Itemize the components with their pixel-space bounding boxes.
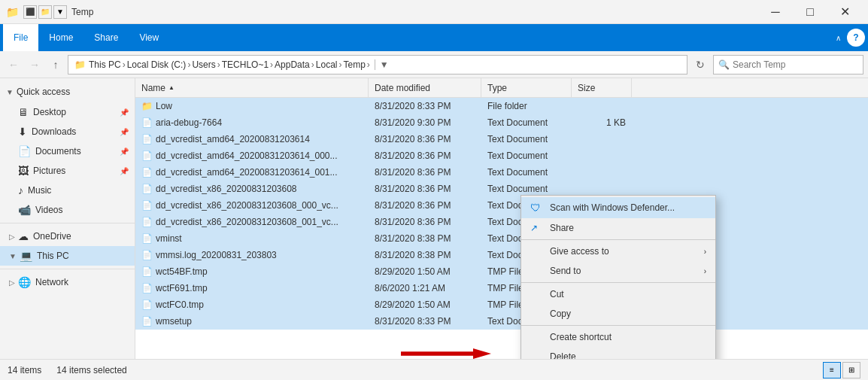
quick-access-btn-1[interactable]: ⬛ xyxy=(23,5,37,19)
file-name: 📁Low xyxy=(135,101,369,111)
downloads-pin-icon: 📌 xyxy=(120,128,129,136)
delete-arrow-annotation xyxy=(401,348,491,359)
onedrive-icon: ☁ xyxy=(18,230,29,242)
table-row[interactable]: 📄wctFC0.tmp 8/29/2020 1:50 AM TMP File xyxy=(135,296,868,313)
ctx-item-label: Delete xyxy=(550,351,576,359)
details-view-button[interactable]: ≡ xyxy=(823,362,841,378)
doc-icon: 📄 xyxy=(141,250,153,260)
folder-icon: 📁 xyxy=(141,101,153,111)
refresh-button[interactable]: ↻ xyxy=(690,55,710,74)
file-date: 8/29/2020 1:50 AM xyxy=(369,299,481,310)
desktop-pin-icon: 📌 xyxy=(120,108,129,117)
context-menu-item-create-shortcut[interactable]: Create shortcut xyxy=(521,327,715,347)
context-menu-item-give-access-to[interactable]: Give access to› xyxy=(521,242,715,261)
sidebar-item-music[interactable]: ♪ Music xyxy=(0,181,135,200)
file-size: 1 KB xyxy=(572,117,632,128)
col-header-name[interactable]: Name ▲ xyxy=(135,78,369,98)
table-row[interactable]: 📄vmmsi.log_20200831_203803 8/31/2020 8:3… xyxy=(135,247,868,263)
address-path[interactable]: 📁 This PC › Local Disk (C:) › Users › TE… xyxy=(68,55,687,74)
file-date: 8/31/2020 8:36 PM xyxy=(369,184,481,194)
sidebar-item-network[interactable]: ▷ 🌐 Network xyxy=(0,272,135,292)
file-name: 📄dd_vcredist_amd64_20200831203614 xyxy=(135,134,369,144)
main-layout: ▼ Quick access 🖥 Desktop 📌 ⬇ Downloads 📌… xyxy=(0,78,868,359)
table-row[interactable]: 📄dd_vcredist_amd64_20200831203614_001...… xyxy=(135,164,868,181)
doc-icon: 📄 xyxy=(141,266,153,277)
path-part-thispc[interactable]: This PC xyxy=(89,59,121,70)
close-button[interactable]: ✕ xyxy=(827,0,862,24)
file-name: 📄wctFC0.tmp xyxy=(135,299,369,310)
path-part-localdisk[interactable]: Local Disk (C:) xyxy=(127,59,187,70)
table-row[interactable]: 📄dd_vcredist_amd64_20200831203614_000...… xyxy=(135,147,868,164)
title-bar: 📁 ⬛ 📁 ▼ Temp ─ □ ✕ xyxy=(0,0,868,24)
table-row[interactable]: 📄dd_vcredist_x86_20200831203608_000_vc..… xyxy=(135,197,868,214)
file-name: 📄vmmsi.log_20200831_203803 xyxy=(135,250,369,260)
quick-access-btn-2[interactable]: 📁 xyxy=(38,5,52,19)
file-type: Text Document xyxy=(481,184,572,194)
view-controls: ≡ ⊞ xyxy=(823,362,860,378)
maximize-button[interactable]: □ xyxy=(793,0,827,24)
tab-file[interactable]: File xyxy=(3,24,38,51)
quick-access-btn-3[interactable]: ▼ xyxy=(53,5,67,19)
search-input[interactable] xyxy=(733,59,858,70)
tab-view[interactable]: View xyxy=(129,24,169,51)
forward-button[interactable]: → xyxy=(26,56,44,74)
col-header-size[interactable]: Size xyxy=(572,78,632,98)
sidebar-separator-1 xyxy=(0,223,135,223)
path-part-local[interactable]: Local xyxy=(316,59,338,70)
network-icon: 🌐 xyxy=(18,276,31,288)
back-button[interactable]: ← xyxy=(5,56,23,74)
file-date: 8/31/2020 9:30 PM xyxy=(369,117,481,128)
tab-home[interactable]: Home xyxy=(38,24,83,51)
table-row[interactable]: 📄dd_vcredist_amd64_20200831203614 8/31/2… xyxy=(135,131,868,147)
path-part-appdata[interactable]: AppData xyxy=(275,59,310,70)
col-header-type[interactable]: Type xyxy=(481,78,572,98)
sidebar-item-documents[interactable]: 📄 Documents 📌 xyxy=(0,141,135,161)
context-menu-item-delete[interactable]: Delete xyxy=(521,347,715,359)
sidebar-item-downloads[interactable]: ⬇ Downloads 📌 xyxy=(0,122,135,141)
table-row[interactable]: 📄wctF691.tmp 8/6/2020 1:21 AM TMP File xyxy=(135,280,868,296)
doc-icon: 📄 xyxy=(141,217,153,227)
sidebar-item-desktop[interactable]: 🖥 Desktop 📌 xyxy=(0,102,135,122)
context-menu-item-cut[interactable]: Cut xyxy=(521,284,715,304)
file-area: Name ▲ Date modified Type Size 📁Low 8/31… xyxy=(135,78,868,359)
sidebar-item-label-pictures: Pictures xyxy=(33,166,65,176)
sidebar-quick-access-header[interactable]: ▼ Quick access xyxy=(0,81,135,102)
table-row[interactable]: 📄aria-debug-7664 8/31/2020 9:30 PM Text … xyxy=(135,114,868,131)
col-header-date[interactable]: Date modified xyxy=(369,78,481,98)
context-menu-item-copy[interactable]: Copy xyxy=(521,304,715,324)
up-button[interactable]: ↑ xyxy=(47,56,65,74)
downloads-icon: ⬇ xyxy=(18,126,27,138)
path-part-user[interactable]: TECHLO~1 xyxy=(222,59,269,70)
sidebar-item-pictures[interactable]: 🖼 Pictures 📌 xyxy=(0,161,135,181)
sidebar-item-videos[interactable]: 📹 Videos xyxy=(0,200,135,220)
table-row[interactable]: 📄dd_vcredist_x86_20200831203608 8/31/202… xyxy=(135,181,868,197)
file-name: 📄aria-debug-7664 xyxy=(135,117,369,128)
table-row[interactable]: 📄dd_vcredist_x86_20200831203608_001_vc..… xyxy=(135,214,868,230)
ribbon-expand-button[interactable]: ∧ xyxy=(830,34,847,42)
doc-icon: 📄 xyxy=(141,184,153,194)
large-icon-view-button[interactable]: ⊞ xyxy=(842,362,860,378)
table-row[interactable]: 📁Low 8/31/2020 8:33 PM File folder xyxy=(135,98,868,114)
file-type: File folder xyxy=(481,101,572,111)
doc-icon: 📄 xyxy=(141,150,153,161)
context-menu-item-send-to[interactable]: Send to› xyxy=(521,261,715,281)
help-button[interactable]: ? xyxy=(847,29,865,47)
table-row[interactable]: 📄wct54BF.tmp 8/29/2020 1:50 AM TMP File xyxy=(135,263,868,280)
submenu-arrow: › xyxy=(704,267,706,275)
sidebar-item-thispc[interactable]: ▼ 💻 This PC xyxy=(0,246,135,266)
sidebar-item-onedrive[interactable]: ▷ ☁ OneDrive xyxy=(0,226,135,246)
pictures-pin-icon: 📌 xyxy=(120,167,129,175)
table-row[interactable]: 📄vminst 8/31/2020 8:38 PM Text Document xyxy=(135,230,868,247)
path-dropdown[interactable]: ▼ xyxy=(375,59,389,70)
doc-icon: 📄 xyxy=(141,299,153,310)
context-menu-item-scan-with-windows-defender...[interactable]: 🛡Scan with Windows Defender... xyxy=(521,197,715,218)
tab-share[interactable]: Share xyxy=(83,24,129,51)
table-row[interactable]: 📄wmsetup 8/31/2020 8:33 PM Text Document xyxy=(135,313,868,330)
file-date: 8/31/2020 8:36 PM xyxy=(369,200,481,211)
videos-icon: 📹 xyxy=(18,204,31,216)
minimize-button[interactable]: ─ xyxy=(758,0,793,24)
submenu-arrow: › xyxy=(704,248,706,256)
path-part-temp[interactable]: Temp xyxy=(343,59,365,70)
path-part-users[interactable]: Users xyxy=(192,59,215,70)
context-menu-item-share[interactable]: ↗Share xyxy=(521,218,715,238)
